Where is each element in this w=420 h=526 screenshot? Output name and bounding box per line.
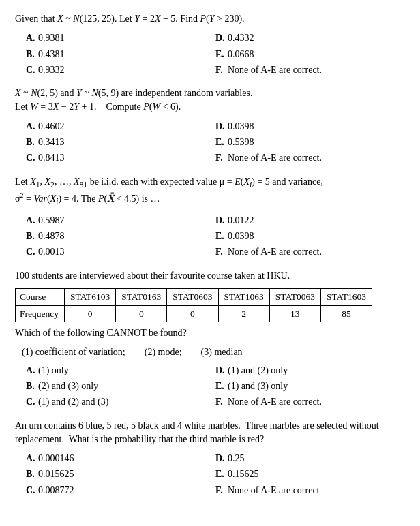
option-c: C. 0.008772	[26, 484, 215, 497]
option-f-value: None of A-E are correct.	[228, 395, 322, 409]
question-2: X ~ N(2, 5) and Y ~ N(5, 9) are independ…	[15, 87, 405, 165]
option-b-value: 0.015625	[38, 467, 74, 481]
table-cell-freq-1603: 85	[320, 305, 372, 322]
q4-sub-options: (1) coefficient of variation; (2) mode; …	[22, 345, 405, 359]
table-data-row: Frequency 0 0 0 2 13 85	[16, 305, 372, 322]
sub-option-1: (1) coefficient of variation;	[22, 345, 125, 359]
table-header-stat0063: STAT0063	[269, 288, 320, 305]
option-a: A. (1) only	[26, 364, 215, 377]
sub-option-3: (3) median	[201, 345, 243, 359]
sub-option-2: (2) mode;	[145, 345, 182, 359]
q2-text: X ~ N(2, 5) and Y ~ N(5, 9) are independ…	[15, 87, 405, 114]
option-a: A. 0.5987	[26, 214, 215, 228]
option-d-value: 0.4332	[228, 31, 254, 45]
option-f: F. None of A-E are correct.	[215, 151, 405, 165]
option-f: F. None of A-E are correct.	[215, 63, 405, 77]
option-e-value: 0.15625	[228, 467, 259, 481]
option-c-value: 0.8413	[38, 151, 65, 165]
option-a-value: 0.4602	[38, 120, 65, 134]
q5-options: A. 0.000146 D. 0.25 B. 0.015625 E. 0.156…	[15, 452, 405, 497]
table-header-row: Course STAT6103 STAT0163 STAT0603 STAT10…	[16, 288, 372, 305]
option-a-value: 0.9381	[38, 31, 65, 45]
q4-question: Which of the following CANNOT be found?	[15, 326, 405, 340]
option-e-value: 0.0398	[228, 230, 254, 243]
option-a: A. 0.4602	[26, 120, 215, 134]
option-d: D. 0.0398	[215, 120, 405, 134]
table-cell-freq-0163: 0	[116, 305, 167, 322]
option-c: C. 0.0013	[26, 245, 215, 259]
q3-line2: σ2 = Var(Xi) = 4. The P(X̄ < 4.5) is …	[15, 191, 405, 208]
option-a: A. 0.000146	[26, 452, 215, 465]
option-b: B. 0.3413	[26, 136, 215, 149]
option-e-value: (1) and (3) only	[228, 380, 288, 393]
q2-line1: X ~ N(2, 5) and Y ~ N(5, 9) are independ…	[15, 87, 405, 100]
q1-options: A. 0.9381 D. 0.4332 B. 0.4381 E. 0.0668 …	[15, 31, 405, 77]
course-frequency-table: Course STAT6103 STAT0163 STAT0603 STAT10…	[15, 288, 372, 322]
option-e: E. 0.5398	[215, 136, 405, 149]
option-d: D. 0.4332	[215, 31, 405, 45]
option-f-value: None of A-E are correct.	[228, 245, 322, 259]
table-header-stat0163: STAT0163	[116, 288, 167, 305]
q4-intro: 100 students are interviewed about their…	[15, 269, 405, 283]
question-3: Let X1, X2, …, X81 be i.i.d. each with e…	[15, 175, 405, 260]
option-e: E. (1) and (3) only	[215, 380, 405, 393]
option-d: D. (1) and (2) only	[215, 364, 405, 377]
table-header-stat0603: STAT0603	[167, 288, 218, 305]
table-cell-frequency-label: Frequency	[16, 305, 65, 322]
question-1: Given that X ~ N(125, 25). Let Y = 2X − …	[15, 12, 405, 77]
option-b-value: 0.3413	[38, 136, 65, 149]
q5-text: An urn contains 6 blue, 5 red, 5 black a…	[15, 419, 405, 447]
option-f: F. None of A-E are correct	[215, 484, 405, 497]
option-c: C. (1) and (2) and (3)	[26, 395, 215, 409]
option-f: F. None of A-E are correct.	[215, 245, 405, 259]
table-header-stat6103: STAT6103	[64, 288, 115, 305]
option-b-value: (2) and (3) only	[38, 380, 98, 393]
option-e: E. 0.0668	[215, 48, 405, 61]
question-5: An urn contains 6 blue, 5 red, 5 black a…	[15, 419, 405, 497]
option-e-value: 0.5398	[228, 136, 254, 149]
option-f: F. None of A-E are correct.	[215, 395, 405, 409]
question-4: 100 students are interviewed about their…	[15, 269, 405, 409]
option-a: A. 0.9381	[26, 31, 215, 45]
option-c: C. 0.8413	[26, 151, 215, 165]
option-a-value: 0.000146	[38, 452, 74, 465]
option-d-value: 0.25	[228, 452, 245, 465]
table-cell-freq-1063: 2	[218, 305, 269, 322]
table-header-stat1063: STAT1063	[218, 288, 269, 305]
option-d-value: (1) and (2) only	[228, 364, 288, 377]
q2-line2: Let W = 3X − 2Y + 1. Compute P(W < 6).	[15, 100, 405, 114]
option-d: D. 0.0122	[215, 214, 405, 228]
option-b: B. 0.4381	[26, 48, 215, 61]
option-b: B. (2) and (3) only	[26, 380, 215, 393]
option-a-value: (1) only	[38, 364, 69, 377]
table-cell-freq-6103: 0	[64, 305, 115, 322]
option-f-value: None of A-E are correct	[228, 484, 319, 497]
option-b-value: 0.4878	[38, 230, 65, 243]
option-c-value: 0.0013	[38, 245, 65, 259]
table-cell-freq-0603: 0	[167, 305, 218, 322]
option-c-value: 0.9332	[38, 63, 65, 77]
option-d-value: 0.0122	[228, 214, 254, 228]
table-header-stat1603: STAT1603	[320, 288, 372, 305]
q4-options: A. (1) only D. (1) and (2) only B. (2) a…	[15, 364, 405, 409]
option-b: B. 0.4878	[26, 230, 215, 243]
table-header-course: Course	[16, 288, 65, 305]
option-b: B. 0.015625	[26, 467, 215, 481]
table-cell-freq-0063: 13	[269, 305, 320, 322]
option-c-value: 0.008772	[38, 484, 74, 497]
option-a-value: 0.5987	[38, 214, 65, 228]
q2-options: A. 0.4602 D. 0.0398 B. 0.3413 E. 0.5398 …	[15, 120, 405, 166]
q3-options: A. 0.5987 D. 0.0122 B. 0.4878 E. 0.0398 …	[15, 214, 405, 260]
q3-line1: Let X1, X2, …, X81 be i.i.d. each with e…	[15, 175, 405, 191]
option-f-value: None of A-E are correct.	[228, 63, 322, 77]
option-e: E. 0.15625	[215, 467, 405, 481]
option-b-value: 0.4381	[38, 48, 65, 61]
option-e-value: 0.0668	[228, 48, 254, 61]
q1-text: Given that X ~ N(125, 25). Let Y = 2X − …	[15, 12, 405, 26]
option-e: E. 0.0398	[215, 230, 405, 243]
option-c-value: (1) and (2) and (3)	[38, 395, 108, 409]
option-d-value: 0.0398	[228, 120, 254, 134]
option-f-value: None of A-E are correct.	[228, 151, 322, 165]
option-d: D. 0.25	[215, 452, 405, 465]
q3-text: Let X1, X2, …, X81 be i.i.d. each with e…	[15, 175, 405, 208]
